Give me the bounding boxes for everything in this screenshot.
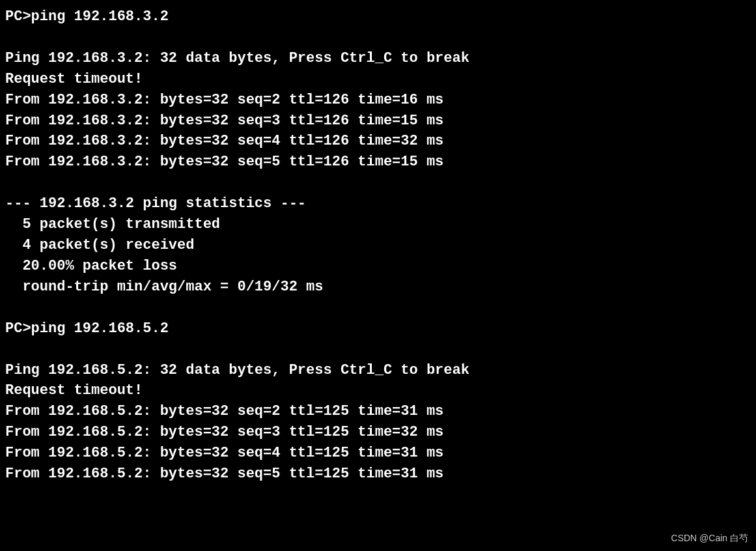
terminal-line-0: PC>ping 192.168.3.2	[5, 7, 751, 27]
terminal-line-10: 5 packet(s) transmitted	[5, 214, 751, 235]
terminal-line-15: PC>ping 192.168.5.2	[5, 318, 751, 339]
terminal-line-13: round-trip min/avg/max = 0/19/32 ms	[5, 277, 751, 298]
terminal-line-18: Request timeout!	[5, 380, 751, 401]
terminal-line-9: --- 192.168.3.2 ping statistics ---	[5, 193, 751, 214]
terminal-window: PC>ping 192.168.3.2 Ping 192.168.3.2: 32…	[0, 0, 756, 551]
terminal-line-20: From 192.168.5.2: bytes=32 seq=3 ttl=125…	[5, 422, 751, 443]
terminal-line-21: From 192.168.5.2: bytes=32 seq=4 ttl=125…	[5, 443, 751, 464]
terminal-line-7: From 192.168.3.2: bytes=32 seq=5 ttl=126…	[5, 152, 751, 173]
terminal-line-19: From 192.168.5.2: bytes=32 seq=2 ttl=125…	[5, 401, 751, 422]
terminal-line-17: Ping 192.168.5.2: 32 data bytes, Press C…	[5, 360, 751, 381]
terminal-line-14	[5, 298, 751, 318]
watermark: CSDN @Cain 白芍	[671, 533, 748, 544]
terminal-line-16	[5, 339, 751, 360]
terminal-line-8	[5, 173, 751, 193]
terminal-line-4: From 192.168.3.2: bytes=32 seq=2 ttl=126…	[5, 90, 751, 111]
terminal-line-5: From 192.168.3.2: bytes=32 seq=3 ttl=126…	[5, 111, 751, 132]
terminal-line-11: 4 packet(s) received	[5, 235, 751, 256]
terminal-line-22: From 192.168.5.2: bytes=32 seq=5 ttl=125…	[5, 464, 751, 485]
terminal-line-3: Request timeout!	[5, 69, 751, 90]
terminal-output: PC>ping 192.168.3.2 Ping 192.168.3.2: 32…	[5, 7, 751, 485]
terminal-line-1	[5, 27, 751, 48]
terminal-line-12: 20.00% packet loss	[5, 256, 751, 277]
terminal-line-6: From 192.168.3.2: bytes=32 seq=4 ttl=126…	[5, 131, 751, 152]
terminal-line-2: Ping 192.168.3.2: 32 data bytes, Press C…	[5, 48, 751, 69]
